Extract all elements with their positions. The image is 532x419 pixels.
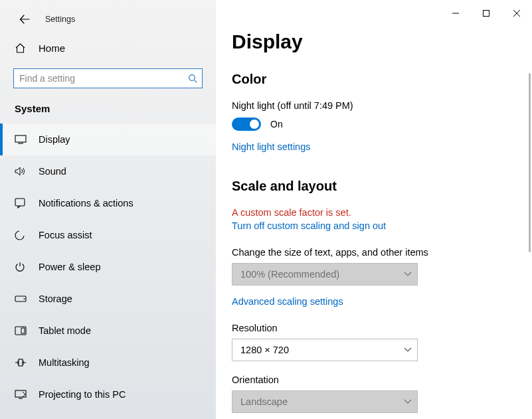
svg-point-0 (189, 75, 195, 81)
svg-rect-7 (19, 359, 23, 366)
sidebar-item-multitasking[interactable]: Multitasking (0, 347, 216, 378)
section-heading-scale: Scale and layout (232, 179, 532, 194)
night-light-label: Night light (off until 7:49 PM) (232, 100, 532, 111)
titlebar-left: Settings (0, 8, 216, 37)
night-light-toggle[interactable] (232, 118, 261, 131)
advanced-scaling-link[interactable]: Advanced scaling settings (232, 296, 343, 307)
sidebar-home[interactable]: Home (0, 37, 216, 59)
multitasking-icon (15, 358, 27, 367)
sidebar-item-label: Tablet mode (39, 325, 91, 336)
chevron-down-icon (404, 347, 412, 353)
resolution-value: 1280 × 720 (240, 345, 289, 355)
chevron-down-icon (404, 272, 412, 277)
svg-rect-1 (15, 135, 26, 142)
orientation-label: Orientation (232, 375, 532, 385)
tablet-mode-icon (15, 326, 27, 335)
search-container (13, 68, 203, 88)
settings-page: Display Color Night light (off until 7:4… (216, 0, 532, 419)
sidebar-item-label: Sound (39, 166, 66, 177)
focus-assist-icon (15, 230, 27, 240)
sidebar-item-display[interactable]: Display (0, 124, 216, 155)
orientation-select: Landscape (232, 390, 418, 413)
page-title: Display (232, 31, 532, 53)
search-icon (188, 74, 197, 83)
sound-icon (15, 166, 27, 177)
svg-point-4 (24, 298, 25, 299)
sidebar-item-sound[interactable]: Sound (0, 155, 216, 187)
projecting-icon (15, 390, 27, 399)
sidebar-item-label: Projecting to this PC (39, 389, 126, 400)
sidebar-item-label: Storage (39, 293, 72, 304)
sidebar-item-tablet-mode[interactable]: Tablet mode (0, 315, 216, 347)
section-heading-color: Color (232, 72, 532, 87)
night-light-settings-link[interactable]: Night light settings (232, 141, 310, 152)
resolution-label: Resolution (232, 323, 532, 333)
sidebar-item-power-sleep[interactable]: Power & sleep (0, 251, 216, 283)
sidebar-item-label: Multitasking (39, 357, 90, 368)
sidebar: Settings Home System Display Sound Notif… (0, 0, 216, 419)
sidebar-item-notifications[interactable]: Notifications & actions (0, 187, 216, 219)
resolution-select[interactable]: 1280 × 720 (232, 339, 418, 361)
arrow-left-icon (19, 14, 30, 25)
sidebar-item-label: Power & sleep (39, 262, 101, 272)
home-label: Home (39, 42, 65, 54)
notifications-icon (15, 198, 27, 209)
sidebar-item-focus-assist[interactable]: Focus assist (0, 219, 216, 251)
sidebar-item-projecting[interactable]: Projecting to this PC (0, 378, 216, 410)
night-light-toggle-state: On (270, 119, 283, 129)
text-size-select: 100% (Recommended) (232, 263, 418, 286)
custom-scale-warning: A custom scale factor is set. (232, 207, 532, 218)
home-icon (15, 42, 27, 54)
sidebar-item-label: Notifications & actions (39, 198, 133, 209)
power-icon (15, 262, 27, 272)
display-icon (15, 135, 27, 144)
back-button[interactable] (19, 13, 31, 25)
text-size-value: 100% (Recommended) (240, 269, 339, 280)
night-light-toggle-row: On (232, 118, 532, 131)
svg-rect-6 (21, 328, 25, 333)
chevron-down-icon (404, 399, 412, 404)
search-input[interactable] (13, 68, 203, 88)
sidebar-item-label: Display (39, 134, 70, 145)
turn-off-custom-scaling-link[interactable]: Turn off custom scaling and sign out (232, 220, 386, 231)
sidebar-item-label: Focus assist (39, 230, 92, 240)
content-scrollbar-thumb[interactable] (529, 73, 531, 252)
text-size-label: Change the size of text, apps, and other… (232, 247, 532, 258)
orientation-value: Landscape (240, 396, 288, 407)
nav-category-system: System (0, 100, 216, 124)
svg-rect-2 (15, 199, 25, 206)
sidebar-item-storage[interactable]: Storage (0, 283, 216, 315)
main-content: Display Color Night light (off until 7:4… (216, 0, 532, 419)
app-title: Settings (45, 15, 75, 24)
storage-icon (15, 295, 27, 302)
toggle-knob (250, 120, 259, 129)
